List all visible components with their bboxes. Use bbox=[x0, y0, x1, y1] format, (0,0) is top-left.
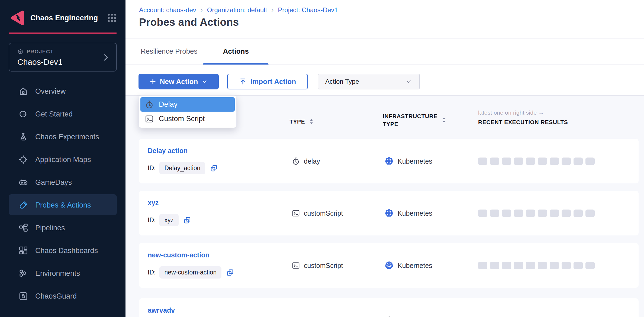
tab-bar: Resilience ProbesActions bbox=[141, 38, 249, 64]
infrastructure-value: Kubernetes bbox=[398, 209, 432, 217]
action-id-value: new-custom-action bbox=[159, 266, 221, 279]
stopwatch-icon bbox=[145, 100, 154, 109]
breadcrumb-link[interactable]: Organization: default bbox=[207, 6, 267, 14]
empty-result-placeholder bbox=[502, 157, 511, 165]
breadcrumb-link[interactable]: Project: Chaos-Dev1 bbox=[278, 6, 338, 14]
empty-result-placeholder bbox=[514, 262, 523, 269]
empty-result-placeholder bbox=[502, 209, 511, 217]
sidebar-item-overview[interactable]: Overview bbox=[0, 80, 125, 103]
action-type-value: Action Type bbox=[325, 78, 359, 85]
empty-result-placeholder bbox=[562, 209, 571, 217]
environments-icon bbox=[18, 269, 28, 278]
infrastructure-value: Kubernetes bbox=[398, 261, 432, 269]
results-hint: latest one on right side → bbox=[478, 109, 568, 116]
tabs-divider bbox=[125, 64, 644, 64]
column-header-type[interactable]: TYPE bbox=[289, 118, 314, 125]
action-type-select[interactable]: Action Type bbox=[318, 74, 420, 89]
dashboard-icon bbox=[18, 246, 28, 255]
sidebar-item-label: Probes & Actions bbox=[35, 201, 91, 209]
sidebar-item-gamedays[interactable]: GameDays bbox=[0, 171, 125, 194]
table-row: new-custom-actionID:new-custom-actioncus… bbox=[139, 243, 639, 288]
sidebar-item-probes-actions[interactable]: Probes & Actions bbox=[0, 194, 125, 216]
kubernetes-icon bbox=[384, 156, 394, 166]
sidebar-item-chaos-experiments[interactable]: Chaos Experiments bbox=[0, 125, 125, 148]
breadcrumb-separator: › bbox=[271, 6, 273, 14]
kubernetes-icon bbox=[384, 261, 394, 270]
copy-id-button[interactable] bbox=[210, 164, 218, 172]
sidebar-item-chaos-dashboards[interactable]: Chaos Dashboards bbox=[0, 239, 125, 262]
tab-actions[interactable]: Actions bbox=[223, 38, 249, 64]
action-name-link[interactable]: awrvadv bbox=[148, 306, 175, 314]
sort-icon[interactable] bbox=[309, 118, 314, 125]
empty-result-placeholder bbox=[478, 157, 487, 165]
sidebar-item-label: Environments bbox=[35, 269, 80, 278]
type-value: delay bbox=[304, 157, 320, 165]
page-title: Probes and Actions bbox=[139, 16, 239, 28]
action-name-link[interactable]: Delay action bbox=[148, 147, 188, 155]
type-cell: customScript bbox=[292, 209, 343, 217]
empty-result-placeholder bbox=[550, 209, 559, 217]
kubernetes-icon bbox=[384, 208, 394, 218]
terminal-icon bbox=[145, 114, 154, 124]
empty-result-placeholder bbox=[574, 209, 583, 217]
empty-result-placeholder bbox=[538, 157, 547, 165]
empty-result-placeholder bbox=[490, 262, 499, 269]
new-action-button[interactable]: New Action bbox=[139, 74, 219, 89]
empty-result-placeholder bbox=[550, 157, 559, 165]
action-name-link[interactable]: xyz bbox=[148, 199, 159, 207]
column-header-infrastructure[interactable]: INFRASTRUCTURE TYPE bbox=[383, 112, 446, 128]
sidebar-item-environments[interactable]: Environments bbox=[0, 262, 125, 285]
project-label: PROJECT bbox=[27, 49, 54, 55]
new-action-menu: DelayCustom Script bbox=[139, 95, 237, 128]
import-action-button[interactable]: Import Action bbox=[227, 74, 308, 89]
breadcrumb-separator: › bbox=[201, 6, 203, 14]
empty-result-placeholder bbox=[490, 209, 499, 217]
tab-resilience-probes[interactable]: Resilience Probes bbox=[141, 38, 198, 64]
gamepad-icon bbox=[18, 177, 28, 187]
empty-result-placeholder bbox=[478, 209, 487, 217]
type-value: customScript bbox=[304, 261, 343, 269]
sort-icon[interactable] bbox=[442, 117, 446, 124]
sidebar-item-get-started[interactable]: Get Started bbox=[0, 103, 125, 125]
empty-result-placeholder bbox=[502, 262, 511, 269]
tab-label: Resilience Probes bbox=[141, 47, 198, 56]
action-id-line: ID:new-custom-action bbox=[148, 266, 234, 279]
empty-result-placeholder bbox=[585, 209, 595, 217]
type-cell: delay bbox=[292, 157, 320, 165]
infrastructure-value: Kubernetes bbox=[398, 157, 432, 165]
test-tube-icon bbox=[18, 200, 28, 210]
plus-icon bbox=[149, 78, 156, 85]
breadcrumb-link[interactable]: Account: chaos-dev bbox=[139, 6, 196, 14]
lock-icon bbox=[18, 291, 28, 301]
sidebar-item-chaosguard[interactable]: ChaosGuard bbox=[0, 285, 125, 308]
sidebar-item-label: Get Started bbox=[35, 110, 73, 118]
app-switcher-grid-icon[interactable] bbox=[107, 12, 117, 23]
empty-result-placeholder bbox=[538, 209, 547, 217]
empty-result-placeholder bbox=[550, 262, 559, 269]
project-selector[interactable]: PROJECT Chaos-Dev1 bbox=[9, 43, 117, 72]
flask-icon bbox=[18, 132, 28, 142]
sidebar-item-application-maps[interactable]: Application Maps bbox=[0, 148, 125, 171]
empty-result-placeholder bbox=[526, 262, 535, 269]
menu-item-label: Delay bbox=[159, 100, 178, 109]
id-label: ID: bbox=[148, 164, 156, 172]
menu-item-custom-script[interactable]: Custom Script bbox=[140, 112, 235, 126]
menu-item-label: Custom Script bbox=[159, 115, 205, 123]
sidebar-nav: OverviewGet StartedChaos ExperimentsAppl… bbox=[0, 80, 125, 308]
sidebar-item-label: Chaos Dashboards bbox=[35, 247, 98, 255]
sidebar-item-label: Pipelines bbox=[35, 224, 65, 232]
empty-result-placeholder bbox=[585, 157, 595, 165]
home-icon bbox=[18, 86, 28, 96]
sidebar-header: Chaos Engineering bbox=[10, 8, 117, 28]
menu-item-delay[interactable]: Delay bbox=[140, 97, 235, 112]
recent-execution-results bbox=[478, 262, 595, 269]
copy-id-button[interactable] bbox=[183, 216, 191, 224]
tab-label: Actions bbox=[223, 47, 249, 56]
terminal-icon bbox=[292, 209, 300, 217]
column-header-results: latest one on right side → RECENT EXECUT… bbox=[478, 109, 568, 125]
sidebar-item-pipelines[interactable]: Pipelines bbox=[0, 216, 125, 239]
action-name-link[interactable]: new-custom-action bbox=[148, 251, 210, 259]
copy-id-button[interactable] bbox=[226, 269, 234, 276]
sidebar-item-label: Chaos Experiments bbox=[35, 133, 99, 141]
empty-result-placeholder bbox=[514, 209, 523, 217]
